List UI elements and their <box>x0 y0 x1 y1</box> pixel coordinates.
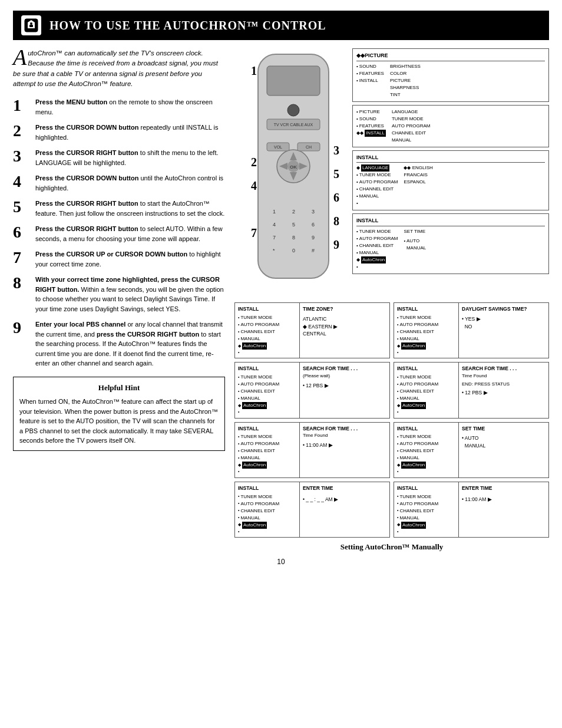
step-3: 3 Press the CURSOR RIGHT button to shift… <box>13 148 225 167</box>
step-text-4: Press the CURSOR DOWN button until the A… <box>35 173 225 193</box>
s2-title: INSTALL <box>397 365 455 373</box>
s2-blank: • <box>397 409 455 416</box>
step-bold-9b: press the CURSOR RIGHT button <box>97 331 199 338</box>
svg-text:VOL: VOL <box>274 145 282 149</box>
tz-atlantic: ATLANTIC <box>303 315 386 323</box>
et2-tuner: •TUNER MODE <box>397 493 455 500</box>
dl-auto: •AUTO PROGRAM <box>397 321 455 328</box>
s3-auto: •AUTO PROGRAM <box>238 440 296 447</box>
screen-search3-left: INSTALL •TUNER MODE •AUTO PROGRAM •CHANN… <box>235 423 300 477</box>
ms1-item-features: •FEATURES <box>356 70 384 77</box>
ms2-install: ◆◆INSTALL <box>356 130 386 137</box>
screen-daylight: INSTALL •TUNER MODE •AUTO PROGRAM •CHANN… <box>394 302 549 358</box>
svg-text:6: 6 <box>312 222 315 228</box>
screen-et2-left: INSTALL •TUNER MODE •AUTO PROGRAM •CHANN… <box>394 482 459 537</box>
svg-text:4: 4 <box>273 222 276 228</box>
hint-text: When turned ON, the AutoChron™ feature c… <box>19 397 219 446</box>
s3-timefound: Time Found <box>303 432 386 439</box>
step-bold-9: Enter your local PBS channel <box>35 321 125 328</box>
s1-channel: • 12 PBS ▶ <box>303 382 386 390</box>
s3-autochron: ◆AutoChron <box>238 462 296 469</box>
ms4-tuner: •TUNER MODE <box>356 228 398 235</box>
main-layout: A utoChron™ can automatically set the TV… <box>13 48 549 552</box>
svg-text:2: 2 <box>292 209 295 215</box>
svg-text:9: 9 <box>333 238 339 251</box>
s1-title: INSTALL <box>238 365 296 373</box>
s3-tuner: •TUNER MODE <box>238 433 296 440</box>
ms3-manual: •MANUAL <box>356 193 398 200</box>
step-num-7: 7 <box>13 249 31 266</box>
ms3-auto: •AUTO PROGRAM <box>356 179 398 186</box>
st-title: INSTALL <box>397 425 455 433</box>
st-autochron: ◆AutoChron <box>397 462 455 469</box>
step-4: 4 Press the CURSOR DOWN button until the… <box>13 173 225 193</box>
st-r-auto: • AUTO <box>462 434 546 442</box>
svg-text:0: 0 <box>292 248 295 253</box>
dl-right-label: DAYLIGHT SAVINGS TIME? <box>462 305 546 313</box>
st-tuner: •TUNER MODE <box>397 433 455 440</box>
screen-search1-right: SEARCH FOR TIME . . . (Please wait) • 12… <box>300 363 389 417</box>
tz-tuner: •TUNER MODE <box>238 314 296 321</box>
svg-text:7: 7 <box>251 226 257 239</box>
s3-time: • 11:00 AM ▶ <box>303 442 386 449</box>
ms3-r-english: ◆◆ ENGLISH <box>404 164 432 172</box>
s2-right-label: SEARCH FOR TIME . . . <box>462 365 546 373</box>
ms4-manual: •MANUAL <box>356 249 398 256</box>
et2-value: • 11:00 AM ▶ <box>462 496 546 503</box>
ms4-channel: •CHANNEL EDIT <box>356 242 398 249</box>
step-9: 9 Enter your local PBS channel or any lo… <box>13 319 225 368</box>
s2-channel: •CHANNEL EDIT <box>397 388 455 395</box>
svg-text:TV VCR CABLE AUX: TV VCR CABLE AUX <box>274 123 313 127</box>
et2-manual: •MANUAL <box>397 515 455 522</box>
et2-auto: •AUTO PROGRAM <box>397 500 455 508</box>
s1-tuner: •TUNER MODE <box>238 374 296 381</box>
s3-blank: • <box>238 469 296 475</box>
s1-wait: (Please wait) <box>303 373 386 380</box>
ms4-r-manual: MANUAL <box>404 245 426 252</box>
ms2-sound: •SOUND <box>356 116 386 123</box>
tz-right-label: TIME ZONE? <box>303 305 386 313</box>
step-bold-1: Press the MENU button <box>35 98 107 106</box>
et2-blank: • <box>397 529 455 535</box>
s2-autochron: ◆AutoChron <box>397 402 455 409</box>
ms3-r-espanol: ESPANOL <box>404 179 432 186</box>
step-text-2: Press the CURSOR DOWN button repeatedly … <box>35 123 225 142</box>
header-icon <box>21 15 41 35</box>
screen-timezone: INSTALL •TUNER MODE •AUTO PROGRAM •CHANN… <box>234 302 390 358</box>
step-text-5: Press the CURSOR RIGHT button to start t… <box>35 199 225 218</box>
step-2: 2 Press the CURSOR DOWN button repeatedl… <box>13 123 225 142</box>
dl-tuner: •TUNER MODE <box>397 314 455 321</box>
s2-auto: •AUTO PROGRAM <box>397 381 455 388</box>
step-5: 5 Press the CURSOR RIGHT button to start… <box>13 199 225 218</box>
screen-timezone-right: TIME ZONE? ATLANTIC ◆ EASTERN ▶ CENTRAL <box>300 303 389 358</box>
screen-entertime1: INSTALL •TUNER MODE •AUTO PROGRAM •CHANN… <box>234 482 390 538</box>
hint-box: Helpful Hint When turned ON, the AutoChr… <box>13 377 225 451</box>
s1-manual: •MANUAL <box>238 395 296 402</box>
ms2-picture: •PICTURE <box>356 108 386 116</box>
ms1-r-picture: PICTURE <box>390 77 421 84</box>
screen-et2-right: ENTER TIME • 11:00 AM ▶ <box>459 482 548 537</box>
svg-text:1: 1 <box>251 64 257 77</box>
dl-channel: •CHANNEL EDIT <box>397 328 455 335</box>
svg-text:CH: CH <box>306 145 312 149</box>
dl-autochron: ◆AutoChron <box>397 342 455 350</box>
s2-end: END: PRESS STATUS <box>462 381 546 388</box>
step-text-8: With your correct time zone highlighted,… <box>35 275 225 314</box>
menu-s1-title: ◆◆PICTURE <box>356 52 388 58</box>
ms4-auto: •AUTO PROGRAM <box>356 235 398 242</box>
ms3-channel: •CHANNEL EDIT <box>356 186 398 193</box>
tz-title: INSTALL <box>238 305 296 313</box>
step-8: 8 With your correct time zone highlighte… <box>13 275 225 314</box>
s3-title: INSTALL <box>238 425 296 433</box>
svg-point-5 <box>287 104 299 116</box>
ms3-tuner: •TUNER MODE <box>356 172 398 179</box>
dl-manual: •MANUAL <box>397 335 455 342</box>
step-text-6: Press the CURSOR RIGHT button to select … <box>35 224 225 243</box>
remote-wrapper: TV VCR CABLE AUX OK 1 2 3 <box>234 48 352 298</box>
bottom-screens-grid: INSTALL •TUNER MODE •AUTO PROGRAM •CHANN… <box>234 302 549 538</box>
screen-settime: INSTALL •TUNER MODE •AUTO PROGRAM •CHANN… <box>394 422 549 478</box>
svg-text:4: 4 <box>251 179 257 192</box>
screen-daylight-right: DAYLIGHT SAVINGS TIME? • YES ▶ NO <box>459 303 548 358</box>
ms4-title: INSTALL <box>356 217 545 226</box>
screen-search3-right: SEARCH FOR TIME . . . Time Found • 11:00… <box>300 423 389 477</box>
